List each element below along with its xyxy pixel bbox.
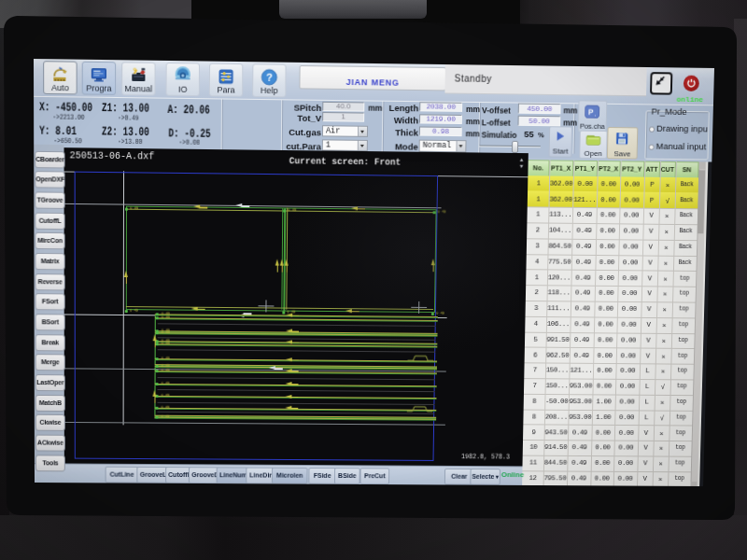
svg-text:?: ? xyxy=(266,72,273,83)
svg-text:P: P xyxy=(588,107,594,117)
svg-text:,: , xyxy=(594,110,596,117)
